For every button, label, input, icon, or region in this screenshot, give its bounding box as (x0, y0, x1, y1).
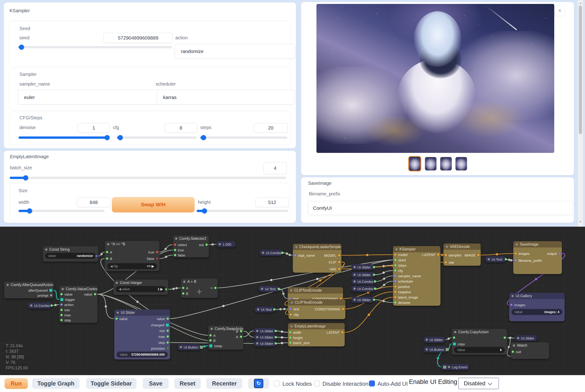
scheduler-select[interactable]: karras (157, 90, 295, 105)
input-slot-width[interactable] (289, 331, 292, 334)
toggle-sidebar-button[interactable]: Toggle Sidebar (86, 378, 136, 389)
output-slot-IMAGE[interactable] (477, 254, 480, 256)
output-slot[interactable] (374, 280, 376, 282)
input-slot-images[interactable] (510, 304, 512, 306)
node-collapse-dot[interactable] (210, 328, 213, 330)
input-slot-step[interactable] (60, 319, 63, 321)
node-collapse-dot[interactable] (513, 344, 515, 347)
graph-node-copy-action[interactable]: Comfy.CopyActioncopyValue6 (452, 329, 507, 355)
graph-node-gallery[interactable]: UI.GalleryimagesValueImages: 4 (509, 293, 565, 321)
graph-node-pill-denoise[interactable]: UI.Slider (351, 297, 374, 303)
output-slot-precision[interactable] (166, 347, 169, 350)
output-slot-CLIP[interactable] (338, 261, 340, 263)
output-slot[interactable] (273, 308, 276, 310)
input-slot-vae[interactable] (444, 261, 447, 264)
input-slot-max[interactable] (60, 314, 63, 316)
input-slot-clip[interactable] (290, 313, 292, 316)
node-widget[interactable]: ◀ Op.== ▶ (107, 263, 157, 269)
node-collapse-dot[interactable] (454, 331, 456, 333)
input-slot-min[interactable] (60, 309, 63, 311)
output-slot-true[interactable] (156, 251, 158, 253)
output-slot-LATENT[interactable] (341, 331, 344, 334)
run-button[interactable]: Run (5, 378, 28, 389)
graph-node-pill-sched[interactable]: UI.Combo (351, 286, 375, 292)
input-slot-copy[interactable] (453, 342, 456, 346)
node-collapse-dot[interactable] (262, 252, 264, 254)
thumbnail[interactable] (456, 157, 467, 170)
output-slot[interactable] (373, 274, 375, 276)
ui-editing-select[interactable]: Disabled (458, 378, 499, 389)
node-collapse-dot[interactable] (290, 325, 292, 328)
thumbnail-selected[interactable] (408, 156, 421, 171)
scrollbar-thumb[interactable] (579, 6, 582, 134)
node-collapse-dot[interactable] (107, 243, 110, 246)
input-slot-scheduler[interactable] (394, 280, 396, 282)
output-slot[interactable] (374, 288, 376, 290)
node-collapse-dot[interactable] (290, 289, 292, 292)
graph-node-btn-swap[interactable]: UI.Button (178, 344, 200, 350)
graph-node-log-event[interactable]: Log Event (441, 364, 469, 370)
output-slot-out[interactable] (206, 244, 208, 246)
scroll-down-icon[interactable]: ▼ (578, 220, 583, 224)
graph-node-ckpt-loader[interactable]: CheckpointLoaderSimpleckpt_nameMODELCLIP… (293, 244, 342, 273)
graph-node-const-int[interactable]: Const Integer◀ value1 ▶ (113, 280, 168, 295)
output-slot[interactable] (373, 266, 375, 268)
graph-node-pill-sampler[interactable]: UI.Combo (351, 278, 375, 284)
output-slot[interactable] (274, 330, 277, 332)
node-collapse-dot[interactable] (354, 288, 356, 290)
input-slot-A[interactable] (106, 251, 108, 253)
node-collapse-dot[interactable] (354, 266, 356, 268)
output-slot-value[interactable] (166, 318, 169, 320)
node-collapse-dot[interactable] (175, 238, 178, 240)
output-slot[interactable] (274, 342, 277, 344)
graph-node-text-save[interactable]: UI.Text (485, 256, 506, 262)
input-slot-value[interactable] (116, 318, 118, 320)
vertical-scrollbar[interactable]: ▲ ▼ (578, 0, 583, 227)
input-slot-filename_prefix[interactable] (514, 259, 517, 262)
auto-add-ui-checkbox[interactable] (369, 380, 375, 386)
graph-node-big-slider[interactable]: UI.Slidervaluevaluechangedminmaxstepprec… (114, 310, 170, 360)
graph-node-text2[interactable]: UI.Text (255, 306, 274, 312)
node-collapse-dot[interactable] (395, 248, 398, 250)
output-slot-VAE[interactable] (338, 268, 340, 270)
graph-node-pill-steps[interactable]: UI.Slider (351, 264, 374, 270)
node-collapse-dot[interactable] (426, 338, 428, 341)
output-slot-LATENT[interactable] (437, 254, 439, 256)
input-slot-latent_image[interactable] (394, 296, 396, 298)
graph-node-a-eq-b[interactable]: *A == *BABtruefalse◀ Op.== ▶ (105, 241, 160, 271)
input-slot-images[interactable] (514, 252, 517, 255)
node-collapse-dot[interactable] (30, 304, 32, 307)
node-collapse-dot[interactable] (256, 330, 258, 332)
input-slot-positive[interactable] (394, 286, 396, 288)
filename-prefix-input[interactable]: ComfyUI (308, 201, 573, 215)
denoise-slider[interactable] (18, 136, 110, 139)
thumbnail[interactable] (440, 157, 452, 170)
output-slot-afterQueued[interactable] (49, 289, 52, 292)
input-slot-seed[interactable] (394, 259, 396, 261)
height-input[interactable]: 512 (256, 198, 289, 207)
output-slot[interactable] (50, 304, 53, 307)
output-slot[interactable] (373, 298, 375, 301)
node-collapse-dot[interactable] (261, 288, 263, 290)
node-collapse-dot[interactable] (517, 337, 519, 339)
input-slot-select[interactable] (174, 244, 176, 246)
input-slot-value[interactable] (60, 293, 63, 295)
node-collapse-dot[interactable] (116, 282, 118, 284)
input-slot-trigger[interactable] (60, 298, 64, 301)
graph-node-watch[interactable]: Watchnull (510, 342, 549, 359)
graph-node-combo-ckpt[interactable]: UI.Combo (260, 250, 283, 256)
disable-interaction-checkbox[interactable] (314, 380, 320, 386)
graph-node-a-plus-b[interactable]: A + BAB=+ (181, 278, 218, 298)
input-slot-height[interactable] (289, 336, 292, 339)
graph-node-pill-cfg[interactable]: UI.Slider (351, 272, 374, 278)
node-widget[interactable]: valuerandomize (45, 253, 96, 259)
graph-node-swap-action[interactable]: Comfy.SwapActionABswapBA (208, 326, 243, 350)
graph-node-ksampler[interactable]: KSamplermodelseedstepscfgsampler_namesch… (393, 246, 440, 306)
input-slot-sampler_name[interactable] (394, 275, 396, 277)
graph-node-value-control[interactable]: Comfy.ValueControlvaluetriggeractionminm… (59, 286, 98, 323)
input-slot-A[interactable] (182, 287, 184, 289)
output-slot-value[interactable] (94, 293, 96, 295)
input-slot-model[interactable] (394, 254, 396, 256)
node-collapse-dot[interactable] (45, 248, 48, 251)
node-collapse-dot[interactable] (183, 280, 186, 283)
